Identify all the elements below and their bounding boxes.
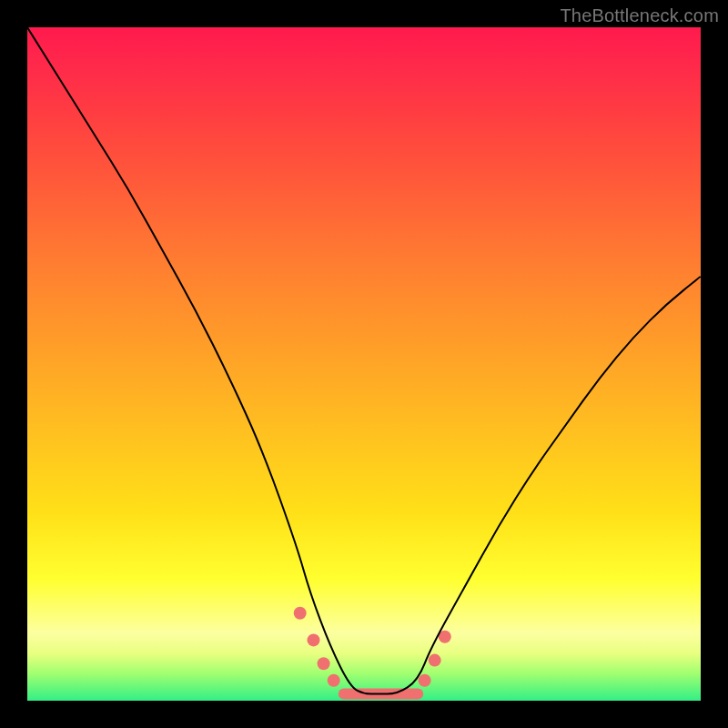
- outer-frame: TheBottleneck.com: [0, 0, 728, 728]
- svg-point-6: [429, 654, 441, 667]
- watermark-text: TheBottleneck.com: [560, 5, 719, 26]
- svg-point-5: [419, 674, 431, 687]
- curve-svg: [27, 27, 701, 701]
- svg-point-2: [308, 633, 320, 646]
- transition-dots: [294, 607, 451, 687]
- svg-point-3: [318, 657, 330, 670]
- bottleneck-curve: [27, 27, 701, 694]
- svg-point-1: [294, 607, 307, 620]
- plot-area: [27, 27, 701, 701]
- svg-point-4: [328, 674, 340, 687]
